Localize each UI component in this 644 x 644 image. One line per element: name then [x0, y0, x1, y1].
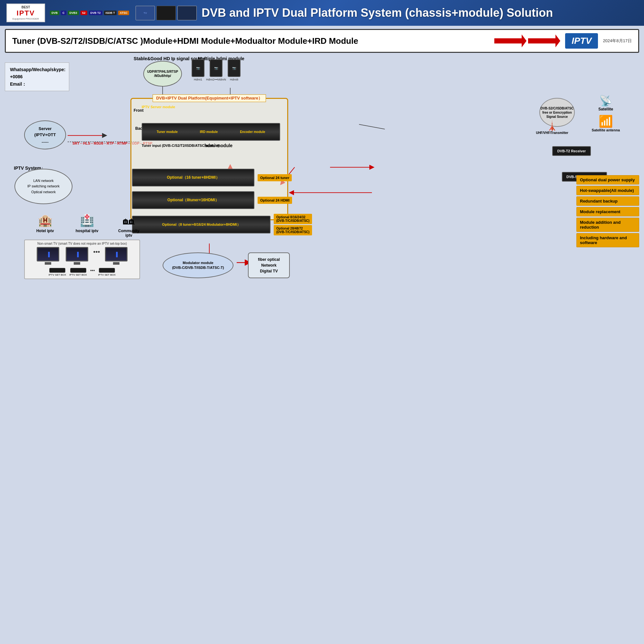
hotel-label: Hotel iptv [36, 229, 54, 233]
hospital-label: hospital iptv [76, 229, 99, 233]
contact-phone: +0086 [10, 73, 64, 80]
tv-stand-1 [45, 262, 51, 265]
date-text: 2024年8月17日 [603, 38, 632, 44]
fiber-box: fiber opticalNetworkDigital TV [248, 252, 290, 278]
opt-rack-3: Optional（8 tuner+8/16/24 Modulator+8HDMI… [132, 216, 270, 233]
tv-screen-2: ▐ [66, 247, 88, 261]
contact-whatsapp: Whatsapp/Wechap/skype: [10, 66, 64, 73]
hospital-icon: 🏥 [80, 214, 94, 227]
opt-side-label-2: Optional 24 HDMI [258, 197, 292, 204]
encoder-module-label: Encoder module [240, 130, 265, 134]
opt-side-label-1: Optional 24 tuner [258, 174, 292, 181]
ip-switching: IP switching network [27, 184, 60, 189]
setbox-1: IPTV SET BOX [49, 268, 66, 277]
tv-dots: ••• [93, 247, 100, 257]
hotel-icon: 🏨 [38, 214, 52, 227]
setbox-label-1: IPTV SET BOX [49, 273, 66, 276]
transmitter-label: UHF/VHF/Transmitter [536, 131, 568, 135]
setbox-label-3: IPTV SET BOX [98, 273, 116, 276]
tuner-module-label: Tuner module [156, 130, 177, 134]
hdmi8-label: Hdmi8 [230, 78, 238, 81]
opt-rack-3-label: Optional（8 tuner+8/16/24 Modulator+8HDMI… [162, 222, 240, 227]
header: BEST IPTV Equipment PROVIDER DVB C DVB3 … [0, 0, 644, 26]
hdmi8-camera: 📷 [228, 59, 241, 77]
opt-rack-2: Optional（8tuner+16HDMI） [132, 191, 254, 209]
arrow-left-shape [528, 34, 560, 47]
setbox-2: IPTV SET BOX [69, 268, 87, 277]
community-label: Community iptv [114, 229, 143, 238]
hdmi2-item: 📷 Hdmi2•••MdmN [206, 59, 226, 81]
iptv-networks: LAN network IP switching network Optical… [27, 178, 60, 195]
tv-screen-3: ▐ [105, 247, 128, 261]
thumb-2 [156, 6, 176, 20]
setbox-3: IPTV SET BOX [98, 268, 116, 277]
tower-icon: 🗼 [536, 120, 568, 131]
dvb-badge-s2: S2 [81, 11, 87, 15]
logo-best: BEST [22, 5, 30, 9]
red-arrow-container [494, 34, 560, 47]
tv-box-label: Non-smart TV (smart TV does not require … [26, 242, 138, 245]
optional-row-3: Optional（8 tuner+8/16/24 Modulator+8HDMI… [132, 214, 312, 235]
header-thumbnails: TV [136, 6, 197, 20]
modulator-ellipse: Modulator module(DVB-C/DVB-T/ISDB-T/ATSC… [163, 252, 233, 278]
thumb-3 [177, 6, 197, 20]
dvb-badge-dvbt2: DVB T2 [89, 11, 102, 15]
hdmi8-item: 📷 Hdmi8 [228, 59, 241, 81]
dvb-badges-row: DVB C DVB3 S2 DVB T2 ISDB T ATSC [50, 11, 129, 15]
opt-side-label-3b: Optional 28/48/72(DVB-T/C/ISDB/ATSC) [274, 225, 312, 235]
hotel-iptv-item: 🏨 Hotel iptv [31, 214, 60, 238]
tuner-input-label: Tuner input (DVB-C/S2/T2/ISDB/ATSC modul… [142, 144, 219, 147]
satellite-icon-group: 📡 Satellite [592, 95, 620, 111]
transmitter-area: 🗼 UHF/VHF/Transmitter [536, 120, 568, 135]
setbox-shape-3 [99, 268, 115, 273]
feature-badge-3: Redundant backup [576, 196, 639, 206]
modulator-text: Modulator module(DVB-C/DVB-T/ISDB-T/ATSC… [172, 260, 224, 270]
optical-network: Optical network [27, 189, 60, 195]
opt-rack-2-label: Optional（8tuner+16HDMI） [167, 197, 219, 203]
lan-network: LAN network [27, 178, 60, 184]
antenna-icon-group: 📶 Satellite antenna [592, 115, 620, 132]
feature-badge-5: Module addition and reduction [576, 218, 639, 232]
dvb-badge-dvb3: DVB3 [68, 11, 79, 15]
tv-item-1: ▐ [35, 247, 61, 265]
opt-side-label-3a: Optional 8/16/24/32(DVB-T/C/ISDB/ATSC) [274, 214, 312, 224]
tv-screens-row: ▐ ▐ ••• ▐ [26, 247, 138, 265]
iptv-system-ellipse: LAN network IP switching network Optical… [14, 169, 72, 204]
dvb-badge-atsc: ATSC [118, 11, 129, 15]
optional-row-1: Optional（16 tuner+8HDMI） Optional 24 tun… [132, 169, 292, 186]
hdmi2-label: Hdmi2•••MdmN [206, 78, 226, 81]
feature-badge-4: Module replacement [576, 207, 639, 216]
contact-email: Email： [10, 81, 64, 88]
sub-header-right: IPTV 2024年8月17日 [494, 33, 632, 49]
feature-badge-6: Including hardware and software [576, 233, 639, 247]
dvb-t2-receiver: DVB-T2 Receiver [552, 146, 591, 156]
iptv-locations-row: 🏨 Hotel iptv 🏥 hospital iptv 🏘 Community… [31, 214, 143, 238]
satellite-label: Satellite [598, 107, 613, 111]
opt-side-labels-3: Optional 8/16/24/32(DVB-T/C/ISDB/ATSC) O… [274, 214, 312, 235]
server-ellipse: Server(IPTV+OTT...... [24, 120, 66, 149]
tv-screen-1: ▐ [37, 247, 59, 261]
hdmi1-item: 📷 Hdmi1 [192, 59, 204, 81]
opt-rack-1: Optional（16 tuner+8HDMI） [132, 169, 254, 186]
sub-header: Tuner (DVB-S2/T2/ISDB/C/ATSC )Module+HDM… [5, 29, 639, 53]
setbox-row: IPTV SET BOX IPTV SET BOX ••• IPTV SET B… [26, 268, 138, 277]
hdmi1-camera: 📷 [192, 59, 204, 77]
back-rack: Tuner module IRD module Encoder module [142, 123, 280, 141]
satellite-area: 📡 Satellite 📶 Satellite antenna [592, 95, 620, 132]
tv-display-2: ▐ [76, 252, 79, 257]
dvb-badge-isdb: ISDB T [104, 11, 117, 15]
header-title: DVB and IPTV Dual Platform System (chass… [202, 6, 638, 20]
feature-badge-1: Optional dual power supply [576, 175, 639, 185]
hdmi1-label: Hdmi1 [194, 78, 202, 81]
satellite-antenna-label: Satellite antenna [592, 128, 620, 132]
platform-box-title: DVB+IPTV Dual Platform(Equpiment+IPTV so… [153, 94, 266, 102]
dvb-s2-text: DVB-S2/C/ISDB/ATSC free or Eencryption S… [540, 106, 574, 119]
logo-sub-text: Equipment PROVIDER [13, 17, 39, 20]
tv-display-1: ▐ [47, 252, 50, 257]
tv-stand-3 [113, 262, 119, 265]
feature-badges-container: Optional dual power supply Hot-swappable… [576, 175, 639, 247]
setbox-dots: ••• [90, 268, 95, 273]
community-iptv-item: 🏘 Community iptv [114, 214, 143, 238]
fiber-text: fiber opticalNetworkDigital TV [258, 257, 280, 274]
optional-row-2: Optional（8tuner+16HDMI） Optional 24 HDMI [132, 191, 292, 209]
